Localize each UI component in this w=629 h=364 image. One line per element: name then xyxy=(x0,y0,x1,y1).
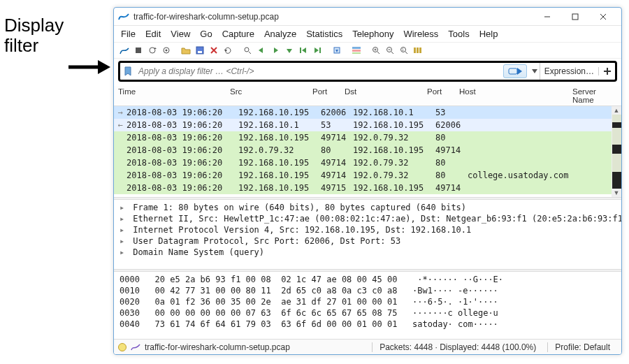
packet-list-pane[interactable]: →2018-08-03 19:06:20 192.168.10.195 6200… xyxy=(114,106,621,197)
packet-row[interactable]: 2018-08-03 19:06:20 192.168.10.195 49714… xyxy=(114,169,621,182)
expand-toggle-icon[interactable]: ▸ xyxy=(120,214,128,224)
hex-line[interactable]: 0010 00 42 77 31 00 00 80 11 2d 65 c0 a8… xyxy=(120,286,616,297)
packet-row[interactable]: 2018-08-03 19:06:20 192.168.10.195 49714… xyxy=(114,156,621,169)
capture-file-icon xyxy=(131,342,140,352)
svg-marker-24 xyxy=(314,48,319,53)
menu-view[interactable]: View xyxy=(171,29,190,39)
annotation-arrow-icon xyxy=(67,56,110,78)
auto-scroll-icon[interactable] xyxy=(331,44,343,57)
hex-line[interactable]: 0000 20 e5 2a b6 93 f1 00 08 02 1c 47 ae… xyxy=(120,275,616,286)
go-to-packet-icon[interactable] xyxy=(283,44,296,57)
svg-text:1: 1 xyxy=(402,48,404,52)
related-out-icon: → xyxy=(114,108,126,117)
svg-marker-15 xyxy=(224,50,227,52)
col-dst[interactable]: Dst xyxy=(345,87,427,104)
go-last-icon[interactable] xyxy=(311,44,324,57)
go-back-icon[interactable] xyxy=(255,44,268,57)
shark-fin-icon[interactable] xyxy=(118,44,131,57)
menu-go[interactable]: Go xyxy=(200,29,212,39)
details-tree-item[interactable]: ▸ User Datagram Protocol, Src Port: 6200… xyxy=(120,236,616,247)
details-tree-item[interactable]: ▸ Internet Protocol Version 4, Src: 192.… xyxy=(120,225,616,236)
packet-row[interactable]: 2018-08-03 19:06:20 192.168.10.195 49715… xyxy=(114,182,621,194)
svg-marker-1 xyxy=(98,60,110,74)
status-profile[interactable]: Profile: Default xyxy=(547,342,617,352)
menu-bar: File Edit View Go Capture Analyze Statis… xyxy=(114,26,621,42)
svg-rect-27 xyxy=(352,47,361,49)
menu-help[interactable]: Help xyxy=(479,29,498,39)
svg-rect-28 xyxy=(352,50,361,52)
packet-minimap[interactable] xyxy=(612,106,621,197)
status-filename: traffic-for-wireshark-column-setup.pcap xyxy=(145,342,304,352)
expand-toggle-icon[interactable]: ▸ xyxy=(120,225,128,235)
zoom-reset-icon[interactable]: 1 xyxy=(398,44,410,57)
details-tree-item[interactable]: ▸ Ethernet II, Src: HewlettP_1c:47:ae (0… xyxy=(120,214,616,225)
zoom-out-icon[interactable] xyxy=(384,44,396,57)
svg-rect-40 xyxy=(414,48,416,53)
save-file-icon[interactable] xyxy=(194,44,206,57)
svg-point-10 xyxy=(166,50,168,52)
svg-rect-12 xyxy=(198,51,202,53)
apply-filter-button[interactable] xyxy=(503,64,527,78)
bookmark-filter-icon[interactable] xyxy=(120,66,136,76)
related-in-icon: ← xyxy=(114,120,126,130)
menu-telephony[interactable]: Telephony xyxy=(352,29,393,39)
maximize-button[interactable] xyxy=(561,8,589,26)
menu-tools[interactable]: Tools xyxy=(448,29,469,39)
menu-statistics[interactable]: Statistics xyxy=(306,29,342,39)
display-filter-input[interactable] xyxy=(136,64,500,78)
go-first-icon[interactable] xyxy=(297,44,310,57)
col-servername[interactable]: Server Name xyxy=(572,87,614,104)
svg-line-31 xyxy=(377,52,379,54)
reload-icon[interactable] xyxy=(222,44,234,57)
menu-file[interactable]: File xyxy=(121,29,136,39)
menu-wireless[interactable]: Wireless xyxy=(403,29,438,39)
expand-toggle-icon[interactable]: ▸ xyxy=(120,236,128,246)
menu-analyze[interactable]: Analyze xyxy=(264,29,296,39)
expand-toggle-icon[interactable]: ▸ xyxy=(120,247,128,257)
expand-toggle-icon[interactable]: ▸ xyxy=(120,203,128,212)
details-tree-item[interactable]: ▸ Frame 1: 80 bytes on wire (640 bits), … xyxy=(120,203,616,214)
packet-row[interactable]: ←2018-08-03 19:06:20 192.168.10.1 53 192… xyxy=(114,119,621,131)
filter-history-dropdown[interactable] xyxy=(530,68,540,74)
svg-line-35 xyxy=(391,52,393,54)
open-file-icon[interactable] xyxy=(180,44,192,57)
close-button[interactable] xyxy=(589,8,617,26)
resize-columns-icon[interactable] xyxy=(412,44,424,57)
expression-button[interactable]: Expression… xyxy=(540,63,598,80)
go-forward-icon[interactable] xyxy=(269,44,282,57)
window-title: traffic-for-wireshark-column-setup.pcap xyxy=(133,12,533,22)
col-sport[interactable]: Port xyxy=(312,87,345,104)
packet-details-pane[interactable]: ▸ Frame 1: 80 bytes on wire (640 bits), … xyxy=(114,200,621,270)
menu-edit[interactable]: Edit xyxy=(145,29,161,39)
hex-line[interactable]: 0040 73 61 74 6f 64 61 79 03 63 6f 6d 00… xyxy=(120,319,616,330)
colorize-icon[interactable] xyxy=(350,44,363,57)
packet-row[interactable]: 2018-08-03 19:06:20 192.0.79.32 80 192.1… xyxy=(114,144,621,156)
main-toolbar: 1 xyxy=(114,42,621,59)
zoom-in-icon[interactable] xyxy=(370,44,382,57)
svg-rect-3 xyxy=(572,14,578,20)
options-icon[interactable] xyxy=(160,44,173,57)
col-src[interactable]: Src xyxy=(230,87,312,104)
svg-point-16 xyxy=(245,48,249,52)
packet-row[interactable]: →2018-08-03 19:06:20 192.168.10.195 6200… xyxy=(114,106,621,119)
details-tree-item[interactable]: ▸ Domain Name System (query) xyxy=(120,247,616,259)
scroll-down-icon[interactable]: ▼ xyxy=(612,189,621,197)
stop-capture-icon[interactable] xyxy=(132,44,145,57)
find-icon[interactable] xyxy=(241,44,254,57)
scroll-up-icon[interactable]: ▲ xyxy=(612,106,621,115)
col-host[interactable]: Host xyxy=(459,87,572,104)
restart-capture-icon[interactable] xyxy=(146,44,159,57)
expert-info-icon[interactable] xyxy=(118,343,126,351)
minimize-button[interactable] xyxy=(533,8,561,26)
packet-list-header: Time Src Port Dst Port Host Server Name xyxy=(114,86,621,106)
packet-bytes-pane[interactable]: 0000 20 e5 2a b6 93 f1 00 08 02 1c 47 ae… xyxy=(114,272,621,339)
add-filter-button[interactable] xyxy=(598,67,615,75)
col-dport[interactable]: Port xyxy=(427,87,459,104)
col-time[interactable]: Time xyxy=(118,87,230,104)
menu-capture[interactable]: Capture xyxy=(222,29,254,39)
packet-row[interactable]: 2018-08-03 19:06:20 192.168.10.195 49714… xyxy=(114,131,621,144)
close-file-icon[interactable] xyxy=(208,44,220,57)
hex-line[interactable]: 0030 00 00 00 00 00 00 07 63 6f 6c 6c 65… xyxy=(120,308,616,319)
hex-line[interactable]: 0020 0a 01 f2 36 00 35 00 2e ae 31 df 27… xyxy=(120,297,616,308)
status-bar: traffic-for-wireshark-column-setup.pcap … xyxy=(114,339,621,354)
